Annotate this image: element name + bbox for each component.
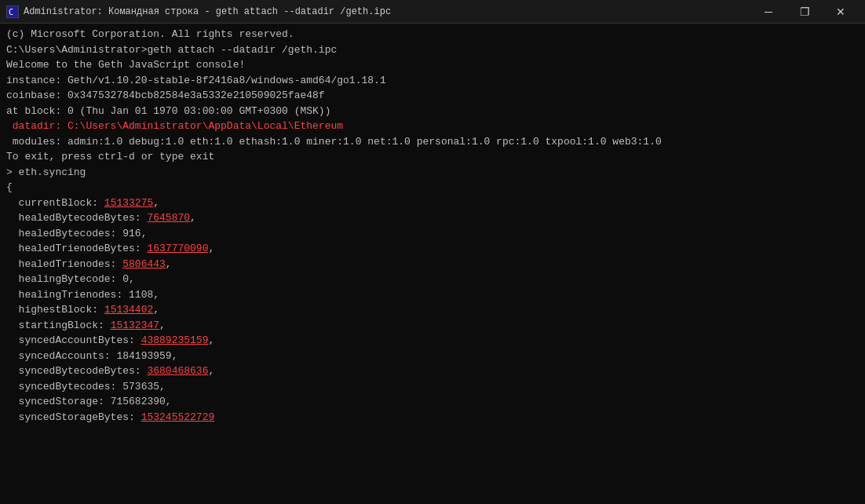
title-bar-left: C Administrator: Командная строка - geth… [6,5,391,18]
terminal-line: startingBlock: 15132347, [6,318,859,334]
close-button[interactable]: ✕ [823,0,859,24]
terminal-window[interactable]: (c) Microsoft Corporation. All rights re… [0,24,865,504]
minimize-button[interactable]: ─ [750,0,787,24]
terminal-line: healingBytecode: 0, [6,272,859,287]
restore-button[interactable]: ❐ [787,0,823,24]
terminal-line: syncedBytecodeBytes: 3680468636, [6,363,859,379]
terminal-line: coinbase: 0x347532784bcb82584e3a5332e210… [6,88,859,104]
terminal-line: modules: admin:1.0 debug:1.0 eth:1.0 eth… [6,134,859,150]
terminal-line: (c) Microsoft Corporation. All rights re… [6,27,859,42]
terminal-line: { [6,180,859,195]
terminal-line: instance: Geth/v1.10.20-stable-8f2416a8/… [6,73,859,89]
svg-text:C: C [9,8,13,16]
title-bar-controls: ─ ❐ ✕ [750,0,859,24]
terminal-line: syncedBytecodes: 573635, [6,379,859,395]
terminal-line: healingTrienodes: 1108, [6,287,859,303]
terminal-line: syncedStorage: 715682390, [6,394,859,410]
terminal-line: C:\Users\Administrator>geth attach --dat… [6,42,859,58]
terminal-line: at block: 0 (Thu Jan 01 1970 03:00:00 GM… [6,104,859,119]
terminal-line: To exit, press ctrl-d or type exit [6,149,859,165]
terminal-line: Welcome to the Geth JavaScript console! [6,57,859,73]
terminal-line: syncedAccountBytes: 43889235159, [6,333,859,349]
terminal-line: highestBlock: 15134402, [6,302,859,318]
terminal-line: healedBytecodeBytes: 7645870, [6,210,859,226]
window-title: Administrator: Командная строка - geth a… [24,6,391,17]
title-bar: C Administrator: Командная строка - geth… [0,0,865,24]
terminal-line: syncedStorageBytes: 153245522729 [6,410,859,425]
terminal-line: healedTrienodeBytes: 1637770090, [6,241,859,257]
terminal-line: healedTrienodes: 5806443, [6,257,859,272]
terminal-line: datadir: C:\Users\Administrator\AppData\… [6,119,859,134]
app-icon: C [6,5,19,18]
terminal-line: > eth.syncing [6,165,859,181]
terminal-line: currentBlock: 15133275, [6,195,859,211]
terminal-line: syncedAccounts: 184193959, [6,349,859,364]
terminal-line: healedBytecodes: 916, [6,226,859,242]
